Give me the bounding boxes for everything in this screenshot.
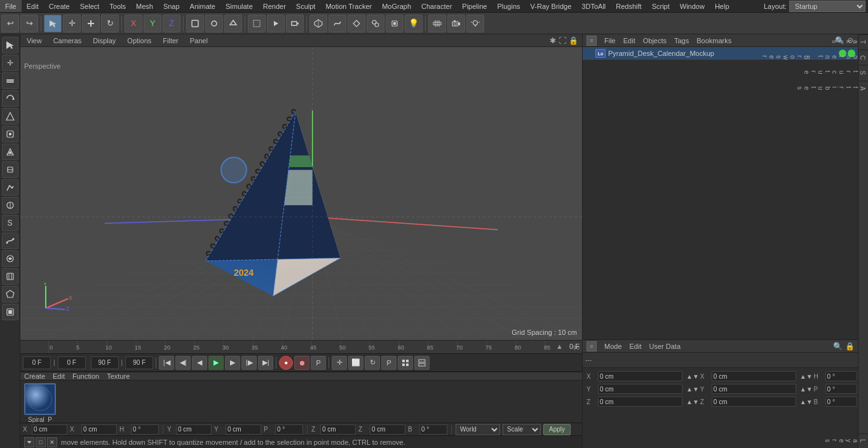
keyframe-button[interactable]: P bbox=[311, 356, 326, 370]
viewport-menu-view[interactable]: View bbox=[24, 37, 44, 44]
layout-dropdown[interactable]: Startup bbox=[789, 1, 865, 12]
sidebar-tool12[interactable] bbox=[2, 233, 18, 249]
scale-mode-button[interactable] bbox=[82, 15, 100, 32]
current-frame-input[interactable] bbox=[58, 356, 86, 369]
viewport-canvas[interactable]: Perspective Grid Spacing : 10 cm X Y Z bbox=[20, 47, 582, 340]
menu-sculpt[interactable]: Sculpt bbox=[291, 0, 321, 12]
sidebar-tool8[interactable] bbox=[2, 161, 18, 178]
menu-render[interactable]: Render bbox=[258, 0, 291, 12]
axis-z-button[interactable]: Z bbox=[163, 15, 180, 32]
menu-mesh[interactable]: Mesh bbox=[131, 0, 158, 12]
autokey-button[interactable]: ⏺ bbox=[294, 356, 309, 370]
x-pos-input[interactable] bbox=[32, 424, 67, 435]
takes-tab[interactable]: Takes bbox=[858, 34, 868, 50]
menu-window[interactable]: Window bbox=[675, 0, 710, 12]
obj-menu-file[interactable]: File bbox=[604, 37, 616, 44]
menu-animate[interactable]: Animate bbox=[185, 0, 220, 12]
mat-menu-function[interactable]: Function bbox=[72, 372, 99, 380]
obj-menu-objects[interactable]: Objects bbox=[643, 37, 667, 44]
menu-select[interactable]: Select bbox=[75, 0, 105, 12]
z-pos-input[interactable] bbox=[320, 424, 356, 435]
attr-menu-edit[interactable]: Edit bbox=[630, 343, 642, 350]
y-size-input[interactable] bbox=[226, 424, 261, 435]
layers-tab[interactable]: Layers bbox=[858, 433, 868, 448]
next-key-button[interactable]: |▶ bbox=[241, 356, 257, 370]
edge-mode-button[interactable] bbox=[205, 15, 223, 32]
sidebar-tool10[interactable] bbox=[2, 197, 18, 214]
lamp-button[interactable] bbox=[466, 15, 484, 32]
p-input[interactable] bbox=[275, 424, 303, 435]
menu-pipeline[interactable]: Pipeline bbox=[457, 0, 492, 12]
light-button[interactable]: 💡 bbox=[405, 15, 423, 32]
z-size-input[interactable] bbox=[370, 424, 405, 435]
obj-menu-tags[interactable]: Tags bbox=[674, 37, 689, 44]
end-frame-input-2[interactable] bbox=[125, 356, 153, 369]
prev-key-button[interactable]: ◀| bbox=[175, 356, 191, 370]
sidebar-tool13[interactable] bbox=[2, 250, 18, 267]
attr-b-angle[interactable] bbox=[825, 397, 857, 407]
h-input[interactable] bbox=[131, 424, 159, 435]
material-thumbnail-0[interactable] bbox=[24, 383, 56, 415]
viewport-menu-panel[interactable]: Panel bbox=[187, 37, 210, 44]
viewport-menu-cameras[interactable]: Cameras bbox=[51, 37, 85, 44]
trans-extra-3[interactable]: ↻ bbox=[365, 356, 380, 370]
attr-menu-userdata[interactable]: User Data bbox=[649, 343, 681, 350]
x-size-input[interactable] bbox=[81, 424, 117, 435]
attr-x-size[interactable] bbox=[712, 371, 796, 381]
attr-h-angle[interactable] bbox=[825, 371, 857, 381]
menu-create[interactable]: Create bbox=[44, 0, 75, 12]
menu-snap[interactable]: Snap bbox=[158, 0, 185, 12]
sidebar-tool11[interactable]: S bbox=[2, 215, 18, 231]
axis-x-button[interactable]: X bbox=[125, 15, 142, 32]
deform-button[interactable] bbox=[348, 15, 365, 32]
go-end-button[interactable]: ▶| bbox=[258, 356, 273, 370]
mat-menu-texture[interactable]: Texture bbox=[107, 372, 130, 380]
trans-extra-5[interactable] bbox=[398, 356, 413, 370]
viewport-icon-1[interactable]: ✱ bbox=[550, 36, 556, 45]
attr-z-pos[interactable] bbox=[598, 397, 682, 407]
trans-extra-1[interactable]: ✛ bbox=[332, 356, 347, 370]
render-region-button[interactable] bbox=[248, 15, 266, 32]
render-preview-button[interactable] bbox=[267, 15, 285, 32]
cube-button[interactable] bbox=[309, 15, 327, 32]
sidebar-tool14[interactable] bbox=[2, 268, 18, 285]
sidebar-rotate-tool[interactable] bbox=[2, 90, 18, 107]
mat-menu-create[interactable]: Create bbox=[24, 372, 45, 380]
undo-button[interactable]: ↩ bbox=[1, 15, 19, 32]
prev-frame-button[interactable]: ◀ bbox=[192, 356, 207, 370]
menu-tools[interactable]: Tools bbox=[104, 0, 131, 12]
cloner-button[interactable] bbox=[367, 15, 384, 32]
spline-button[interactable] bbox=[329, 15, 346, 32]
record-button[interactable]: ● bbox=[279, 356, 293, 370]
sidebar-tool6[interactable] bbox=[2, 126, 18, 142]
trans-extra-4[interactable]: P bbox=[381, 356, 397, 370]
menu-script[interactable]: Script bbox=[647, 0, 675, 12]
field-button[interactable] bbox=[386, 15, 403, 32]
scale-dropdown[interactable]: Scale bbox=[503, 424, 541, 435]
sidebar-tool15[interactable] bbox=[2, 286, 18, 302]
sidebar-arrow-tool[interactable] bbox=[2, 37, 18, 53]
attr-p-angle[interactable] bbox=[825, 384, 857, 394]
frame-up-arrow[interactable]: ▲ bbox=[556, 343, 563, 350]
start-frame-input[interactable] bbox=[23, 356, 51, 369]
structure-tab[interactable]: Structure bbox=[858, 65, 868, 80]
redo-button[interactable]: ↪ bbox=[20, 15, 38, 32]
y-pos-input[interactable] bbox=[176, 424, 212, 435]
menu-redshift[interactable]: Redshift bbox=[611, 0, 646, 12]
rotate-mode-button[interactable]: ↻ bbox=[101, 15, 119, 32]
menu-plugins[interactable]: Plugins bbox=[492, 0, 525, 12]
viewport-menu-filter[interactable]: Filter bbox=[160, 37, 180, 44]
menu-3dtoall[interactable]: 3DToAll bbox=[576, 0, 611, 12]
attr-z-size[interactable] bbox=[712, 397, 796, 407]
mat-menu-edit[interactable]: Edit bbox=[53, 372, 65, 380]
camera-button[interactable] bbox=[447, 15, 465, 32]
world-dropdown[interactable]: World bbox=[456, 424, 500, 435]
point-mode-button[interactable] bbox=[224, 15, 242, 32]
polygon-mode-button[interactable] bbox=[186, 15, 204, 32]
obj-menu-edit[interactable]: Edit bbox=[623, 37, 635, 44]
status-icon-3[interactable]: ✕ bbox=[47, 437, 57, 447]
end-frame-input-1[interactable] bbox=[91, 356, 119, 369]
attr-search-icon[interactable]: 🔍 bbox=[833, 342, 843, 351]
sidebar-tool7[interactable] bbox=[2, 144, 18, 160]
apply-button[interactable]: Apply bbox=[543, 424, 571, 435]
